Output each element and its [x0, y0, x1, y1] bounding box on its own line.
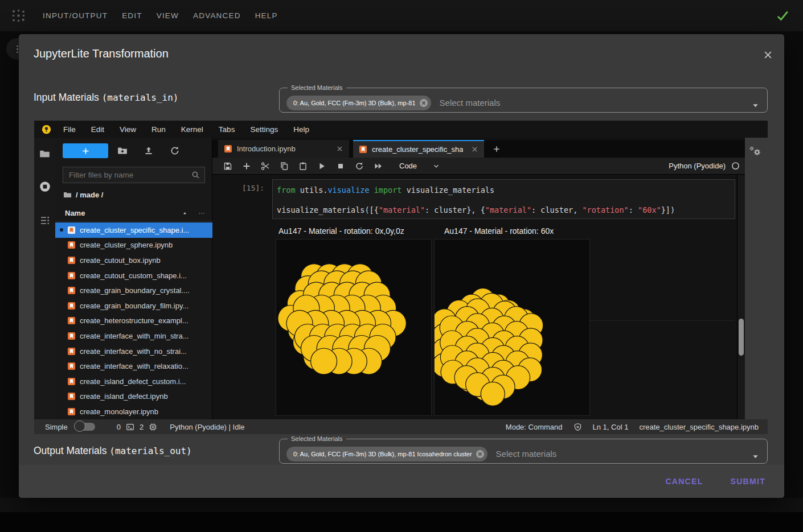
running-sessions-icon[interactable]: [39, 181, 51, 192]
app-menu-item[interactable]: EDIT: [122, 11, 142, 20]
chevron-down-icon[interactable]: [751, 452, 760, 461]
simple-mode-toggle[interactable]: [75, 423, 95, 431]
scrollbar-thumb[interactable]: [739, 319, 744, 356]
code-cell[interactable]: from utils.visualize import visualize_ma…: [272, 179, 735, 219]
chip-remove-icon[interactable]: [476, 449, 485, 459]
file-item[interactable]: create_grain_boundary_film.ipy...: [55, 298, 212, 314]
file-name: create_island_defect_custom.i...: [80, 377, 186, 386]
cancel-button[interactable]: CANCEL: [665, 477, 703, 486]
file-item[interactable]: create_heterostructure_exampl...: [55, 314, 212, 329]
file-item[interactable]: create_cluster_specific_shape.i...: [55, 222, 212, 238]
notebook-scrollbar[interactable]: [737, 175, 745, 419]
jupyter-menu-edit[interactable]: Edit: [91, 125, 104, 134]
cut-icon[interactable]: [260, 162, 271, 171]
status-bar-right: Mode: Command Ln 1, Col 1 create_cluster…: [506, 423, 759, 431]
app-menu-item[interactable]: HELP: [255, 11, 278, 20]
kernel-chip-icon[interactable]: [149, 423, 157, 431]
cluster-visualization-right: [434, 239, 590, 416]
toggle-knob[interactable]: [74, 420, 85, 432]
file-name: create_interface_with_relaxatio...: [80, 362, 189, 370]
name-column-header[interactable]: Name: [65, 209, 85, 217]
jupyter-menu-view[interactable]: View: [120, 125, 136, 134]
cursor-position[interactable]: Ln 1, Col 1: [593, 423, 629, 431]
table-of-contents-icon[interactable]: [39, 215, 50, 226]
material-chip[interactable]: 0: Au, Gold, FCC (Fm-3m) 3D (Bulk), mp-8…: [286, 96, 431, 110]
notebook-file-icon: [67, 256, 76, 265]
cell-type-caret-icon[interactable]: [432, 162, 440, 170]
file-item[interactable]: create_grain_boundary_crystal....: [55, 283, 212, 298]
upload-icon[interactable]: [144, 146, 154, 156]
file-list-header[interactable]: Name: [55, 206, 212, 221]
copy-icon[interactable]: [279, 162, 289, 171]
run-icon[interactable]: [317, 162, 327, 171]
terminal-icon[interactable]: [126, 423, 134, 431]
close-tab-icon[interactable]: [336, 145, 343, 152]
kernel-indicator[interactable]: Python (Pyodide): [669, 162, 745, 170]
input-materials-select[interactable]: Selected Materials 0: Au, Gold, FCC (Fm-…: [279, 84, 768, 113]
paste-icon[interactable]: [298, 162, 308, 171]
close-tab-icon[interactable]: [471, 146, 478, 153]
app-menu-item[interactable]: ADVANCED: [193, 11, 241, 20]
app-menu-item[interactable]: VIEW: [157, 11, 179, 20]
terminals-count[interactable]: 0: [117, 423, 121, 431]
command-mode-indicator[interactable]: Mode: Command: [506, 423, 563, 431]
file-browser-icon[interactable]: [39, 149, 50, 159]
file-item[interactable]: create_cluster_sphere.ipynb: [55, 238, 212, 253]
stop-icon[interactable]: [335, 162, 346, 171]
shield-x-icon[interactable]: [573, 423, 582, 431]
jupyter-menu-help[interactable]: Help: [293, 125, 309, 134]
notebook-tab[interactable]: Introduction.ipynb: [218, 140, 349, 158]
code-line: from utils.visualize import visualize_ma…: [277, 180, 735, 200]
chevron-down-icon[interactable]: [751, 101, 760, 110]
file-item[interactable]: create_island_defect_custom.i...: [55, 374, 212, 389]
input-materials-field[interactable]: 0: Au, Gold, FCC (Fm-3m) 3D (Bulk), mp-8…: [280, 93, 743, 112]
home-folder-icon[interactable]: [63, 191, 72, 199]
jupyter-menu-kernel[interactable]: Kernel: [181, 125, 203, 134]
notebook-file-icon: [67, 392, 76, 401]
notebook-file-icon: [67, 226, 76, 234]
cell-type-dropdown[interactable]: Code: [399, 162, 417, 170]
new-launcher-button[interactable]: [63, 143, 108, 158]
open-file-dot: [60, 395, 63, 398]
check-icon[interactable]: [775, 8, 790, 23]
save-icon[interactable]: [223, 162, 233, 171]
file-item[interactable]: create_interface_with_no_strai...: [55, 344, 212, 359]
jupyter-menu-settings[interactable]: Settings: [250, 125, 278, 134]
file-item[interactable]: create_monolayer.ipynb: [55, 404, 212, 419]
sort-ascending-icon[interactable]: [182, 211, 188, 217]
file-item[interactable]: create_cutout_custom_shape.i...: [55, 268, 212, 283]
jupyter-menu-tabs[interactable]: Tabs: [219, 125, 235, 134]
output-materials-field[interactable]: 0: Au, Gold, FCC (Fm-3m) 3D (Bulk), mp-8…: [280, 444, 743, 463]
breadcrumb-path[interactable]: / made /: [76, 191, 103, 199]
run-all-icon[interactable]: [373, 162, 383, 171]
output-materials-select[interactable]: Selected Materials 0: Au, Gold, FCC (Fm-…: [279, 435, 768, 464]
app-menu-item[interactable]: INPUT/OUTPUT: [43, 11, 108, 20]
new-tab-icon[interactable]: [490, 143, 503, 155]
file-item[interactable]: create_interface_with_min_stra...: [55, 328, 212, 344]
file-item[interactable]: create_interface_with_relaxatio...: [55, 358, 212, 374]
material-chip[interactable]: 0: Au, Gold, FCC (Fm-3m) 3D (Bulk), mp-8…: [286, 447, 487, 461]
dialog-footer: CANCEL SUBMIT: [19, 465, 784, 498]
notebook-tab[interactable]: create_cluster_specific_sha: [353, 140, 484, 158]
jupyter-body: / made / Name create_cluster_specific_sh…: [34, 138, 768, 419]
filter-files-input[interactable]: [63, 171, 191, 179]
kernel-name[interactable]: Python (Pyodide): [669, 162, 726, 170]
active-file-name[interactable]: create_cluster_specific_shape.ipynb: [639, 423, 759, 431]
notebook-file-icon: [67, 271, 76, 280]
restart-icon[interactable]: [354, 162, 364, 171]
new-folder-icon[interactable]: [117, 146, 128, 156]
kernel-status-text[interactable]: Python (Pyodide) | Idle: [170, 423, 244, 431]
select-materials-placeholder: Select materials: [496, 449, 557, 459]
jupyter-menu-run[interactable]: Run: [151, 125, 166, 134]
file-item[interactable]: create_island_defect.ipynb: [55, 389, 212, 405]
add-cell-icon[interactable]: [241, 162, 252, 171]
close-icon[interactable]: [763, 50, 773, 60]
file-item[interactable]: create_cutout_box.ipynb: [55, 253, 212, 268]
submit-button[interactable]: SUBMIT: [731, 477, 765, 486]
chip-remove-icon[interactable]: [419, 98, 428, 108]
jupyter-menu-file[interactable]: File: [63, 125, 76, 134]
kernels-count[interactable]: 2: [140, 423, 144, 431]
refresh-icon[interactable]: [170, 146, 180, 156]
settings-gears-icon[interactable]: [749, 146, 761, 156]
kernel-status-icon[interactable]: [731, 162, 740, 170]
